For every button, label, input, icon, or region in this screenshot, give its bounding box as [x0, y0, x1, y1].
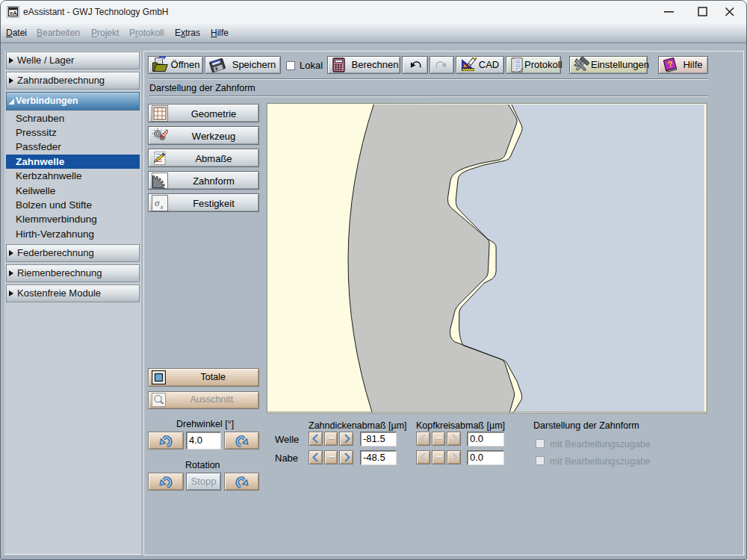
svg-text:eA: eA	[10, 10, 17, 16]
svg-text:σ: σ	[155, 197, 160, 208]
svg-text:x: x	[160, 203, 164, 211]
